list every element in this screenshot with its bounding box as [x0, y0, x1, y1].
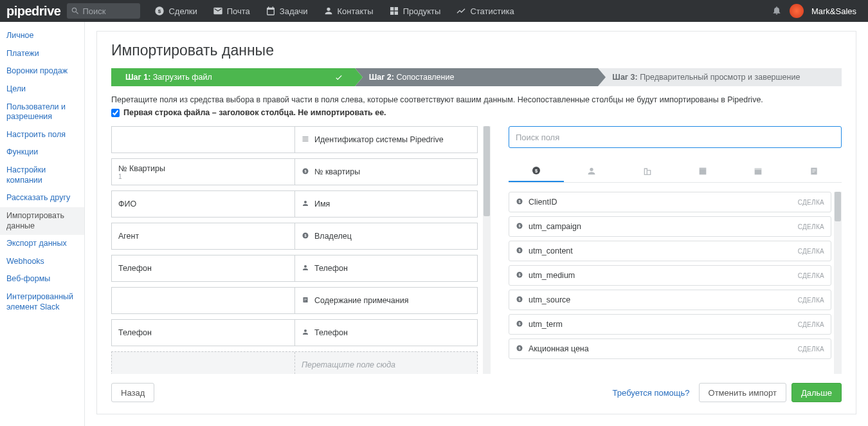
- note-icon: [302, 296, 309, 306]
- sidebar-item-goals[interactable]: Цели: [0, 80, 84, 98]
- nav-products-label: Продукты: [403, 6, 441, 16]
- mapped-field[interactable]: Содержание примечания: [294, 288, 477, 313]
- help-link[interactable]: Требуется помощь?: [613, 388, 690, 398]
- field-item[interactable]: $ClientIDСДЕЛКА: [509, 192, 831, 212]
- field-item[interactable]: $utm_mediumСДЕЛКА: [509, 265, 831, 286]
- step-1: Шаг 1: Загрузить файл: [111, 68, 355, 86]
- mapping-scrollbar[interactable]: [483, 126, 491, 374]
- mapping-left: Идентификатор системы Pipedrive№ Квартир…: [111, 126, 491, 374]
- logo[interactable]: pipedrive: [5, 4, 64, 19]
- sidebar-item-users[interactable]: Пользователи и разрешения: [0, 98, 84, 126]
- mapping-row[interactable]: ТелефонТелефон: [111, 255, 478, 282]
- bell-icon: [772, 5, 782, 15]
- sidebar-item-features[interactable]: Функции: [0, 144, 84, 162]
- field-category-tabs: $: [509, 160, 842, 183]
- tab-deal[interactable]: $: [509, 160, 564, 182]
- tab-note[interactable]: [786, 160, 842, 182]
- field-badge: СДЕЛКА: [798, 272, 824, 279]
- sidebar-item-webhooks[interactable]: Webhooks: [0, 253, 84, 271]
- mail-icon: [213, 6, 223, 16]
- mapping-row[interactable]: ТелефонТелефон: [111, 319, 478, 346]
- mapped-field[interactable]: $Владелец: [294, 223, 477, 249]
- field-list-wrap: $ClientIDСДЕЛКА$utm_campaignСДЕЛКА$utm_c…: [509, 192, 842, 374]
- field-badge: СДЕЛКА: [798, 199, 824, 206]
- person-icon: [586, 166, 597, 176]
- nav-contacts-label: Контакты: [338, 6, 374, 16]
- svg-text:$: $: [518, 297, 520, 301]
- field-badge: СДЕЛКА: [798, 297, 824, 304]
- mapped-field[interactable]: Идентификатор системы Pipedrive: [294, 127, 477, 153]
- global-search[interactable]: [67, 3, 140, 19]
- person-icon: [302, 328, 309, 338]
- field-item[interactable]: $utm_termСДЕЛКА: [509, 314, 831, 335]
- note-icon: [809, 166, 819, 176]
- source-column: № Квартиры1: [112, 159, 294, 185]
- sidebar-item-import[interactable]: Импортировать данные: [0, 207, 84, 235]
- field-item[interactable]: $Акционная ценаСДЕЛКА: [509, 338, 831, 359]
- tab-product[interactable]: [675, 160, 730, 182]
- global-search-input[interactable]: [82, 6, 134, 16]
- search-icon: [71, 6, 80, 15]
- first-row-checkbox[interactable]: [111, 109, 120, 117]
- sidebar-item-pipelines[interactable]: Воронки продаж: [0, 62, 84, 80]
- sidebar-item-personal[interactable]: Личное: [0, 27, 84, 45]
- tab-person[interactable]: [564, 160, 619, 182]
- svg-rect-20: [700, 167, 707, 169]
- field-search[interactable]: [509, 126, 842, 148]
- check-icon: [334, 73, 343, 82]
- deal-icon: $: [516, 271, 529, 281]
- field-search-input[interactable]: [516, 133, 835, 142]
- field-item[interactable]: $utm_sourceСДЕЛКА: [509, 290, 831, 310]
- field-list-scrollbar[interactable]: [834, 192, 842, 374]
- mapping-row[interactable]: Содержание примечания: [111, 287, 478, 314]
- mapping-row[interactable]: Агент$Владелец: [111, 223, 478, 250]
- nav-products[interactable]: Продукты: [381, 0, 449, 22]
- username[interactable]: Mark&Sales: [811, 6, 856, 16]
- mapped-field[interactable]: $№ квартиры: [294, 159, 477, 185]
- mapping-row[interactable]: ФИОИмя: [111, 190, 478, 218]
- sidebar-item-fields[interactable]: Настроить поля: [0, 126, 84, 144]
- svg-rect-16: [304, 301, 306, 301]
- svg-rect-15: [304, 299, 307, 300]
- layout: ЛичноеПлатежиВоронки продажЦелиПользоват…: [0, 22, 868, 426]
- sidebar-item-webforms[interactable]: Веб-формы: [0, 270, 84, 288]
- field-item[interactable]: $utm_contentСДЕЛКА: [509, 241, 831, 261]
- nav-deals-label: Сделки: [168, 6, 197, 16]
- source-column: [112, 288, 294, 313]
- mapping-row[interactable]: Идентификатор системы Pipedrive: [111, 126, 478, 153]
- next-button[interactable]: Дальше: [791, 383, 842, 402]
- nav-contacts[interactable]: Контакты: [316, 0, 381, 22]
- tab-activity[interactable]: [730, 160, 786, 182]
- mapping-drop-target[interactable]: Перетащите поле сюда: [111, 351, 478, 374]
- hint-text: Перетащите поля из средства выбора в пра…: [111, 95, 842, 104]
- tab-org[interactable]: [620, 160, 675, 182]
- notifications-button[interactable]: [772, 5, 782, 17]
- nav-tasks[interactable]: Задачи: [258, 0, 316, 22]
- deal-icon: $: [516, 320, 529, 329]
- mapping-row[interactable]: № Квартиры1$№ квартиры: [111, 158, 478, 185]
- svg-text:$: $: [518, 224, 520, 228]
- avatar[interactable]: [790, 4, 804, 18]
- topbar-right: Mark&Sales: [772, 4, 863, 18]
- sidebar-item-payments[interactable]: Платежи: [0, 45, 84, 63]
- person-icon: [302, 264, 309, 273]
- source-column: ФИО: [112, 191, 294, 217]
- sidebar-item-export[interactable]: Экспорт данных: [0, 235, 84, 253]
- back-button[interactable]: Назад: [111, 383, 154, 402]
- mapped-field[interactable]: Телефон: [294, 320, 477, 346]
- step-2: Шаг 2: Сопоставление: [355, 68, 599, 86]
- mapped-field[interactable]: Имя: [294, 191, 477, 217]
- first-row-label[interactable]: Первая строка файла – заголовок столбца.…: [123, 108, 386, 117]
- nav-stats[interactable]: Статистика: [448, 0, 521, 22]
- field-badge: СДЕЛКА: [798, 248, 824, 255]
- field-item[interactable]: $utm_campaignСДЕЛКА: [509, 216, 831, 237]
- nav-deals[interactable]: $ Сделки: [147, 0, 204, 22]
- sidebar-item-company[interactable]: Настройки компании: [0, 162, 84, 189]
- nav-mail[interactable]: Почта: [205, 0, 258, 22]
- sidebar-item-slack[interactable]: Интегрированный элемент Slack: [0, 288, 84, 316]
- cancel-import-button[interactable]: Отменить импорт: [699, 383, 786, 402]
- svg-rect-24: [812, 169, 815, 170]
- svg-rect-7: [303, 138, 309, 139]
- sidebar-item-refer[interactable]: Рассказать другу: [0, 189, 84, 207]
- mapped-field[interactable]: Телефон: [294, 255, 477, 281]
